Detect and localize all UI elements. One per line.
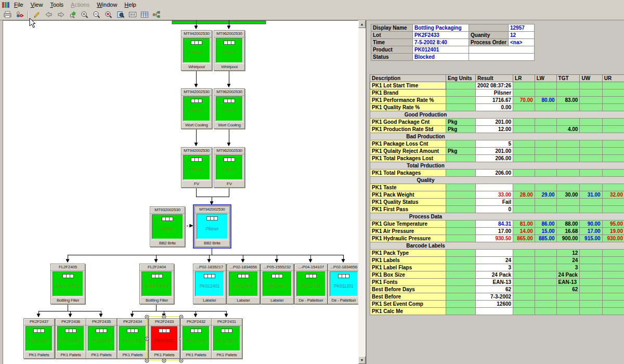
genealogy-node-mt942002530[interactable]: MT942002530PilsnerWort Cooling [181,88,212,129]
parameter-result[interactable] [476,308,513,315]
parameter-tgt[interactable] [556,104,580,111]
parameter-description[interactable]: PK1 Pack Weight [370,191,446,199]
parameter-lr[interactable] [513,184,535,191]
scroll-up-button[interactable]: ▲ [358,20,366,28]
parameter-lr[interactable] [513,293,535,301]
parameter-lr[interactable]: 81.00 [513,220,535,228]
parameter-tgt[interactable]: EAN-13 [556,279,580,286]
parameter-uw[interactable] [580,264,602,271]
parameter-lr[interactable] [513,250,535,257]
parameter-tgt[interactable] [556,140,580,148]
column-header-uw[interactable]: UW [580,75,602,82]
parameter-tgt[interactable] [556,199,580,206]
parameter-description[interactable]: PK1 Qulaity Reject Amount [370,148,446,155]
parameter-lw[interactable] [535,155,556,162]
genealogy-node-pk2f2437[interactable]: PK2F2437PK012401PK1 Pallets [23,318,55,359]
parameter-tgt[interactable]: 24 [556,257,580,264]
parameter-result[interactable]: 3 [476,264,513,271]
parameter-unit[interactable]: Pkg [446,126,476,133]
parameter-tgt[interactable] [556,119,580,126]
parameter-lr[interactable] [513,206,535,213]
parameter-ur[interactable] [602,97,624,104]
parameter-tgt[interactable] [556,301,580,308]
genealogy-node-mt942002530[interactable]: MT942002530PilsnerBB2 Brite [194,206,230,247]
parameter-lr[interactable] [513,104,535,111]
parameter-uw[interactable] [580,206,602,213]
parameter-result[interactable]: 0 [476,206,513,213]
parameter-result[interactable]: 24 [476,257,513,264]
menu-item-view[interactable]: View [27,1,47,9]
parameter-lr[interactable] [513,170,535,177]
parameter-unit[interactable] [446,293,476,301]
parameter-lw[interactable] [535,286,556,293]
parameter-unit[interactable] [446,97,476,104]
parameter-unit[interactable] [446,104,476,111]
genealogy-node-fl2f2405[interactable]: FL2F2405Bottle 10003Bottling Filler [50,264,85,304]
genealogy-node-mt932002530[interactable]: MT932002530PilsnerBB2 Brite [150,206,185,247]
parameter-unit[interactable] [446,286,476,293]
parameter-description[interactable]: Best Before Days [370,286,446,293]
info-value[interactable]: 7-5-2002 8:40 [413,39,469,46]
parameter-lw[interactable] [535,148,556,155]
parameter-lw[interactable] [535,279,556,286]
parameter-ur[interactable] [602,140,624,148]
parameter-result[interactable]: 930.50 [476,235,513,242]
column-header-lr[interactable]: LR [513,75,535,82]
genealogy-node-pk2f2435[interactable]: PK2F2435PK012401PK1 Pallets [86,318,117,359]
parameter-lr[interactable] [513,140,535,148]
menu-item-tools[interactable]: Tools [46,1,67,9]
scroll-down-button[interactable]: ▼ [358,356,366,364]
parameter-uw[interactable] [580,308,602,315]
parameter-unit[interactable] [446,140,476,148]
genealogy-node-fl2f2404[interactable]: FL2F2404Bottle 10003Bottling Filler [139,264,174,304]
parameter-description[interactable]: PK1 Quality Rate % [370,104,446,111]
parameter-uw[interactable]: 90.00 [580,220,602,228]
parameter-ur[interactable] [602,199,624,206]
column-header-result[interactable]: Result [476,75,513,82]
parameter-result[interactable]: 5 [476,140,513,148]
parameter-unit[interactable] [446,250,476,257]
parameter-lw[interactable] [535,257,556,264]
parameter-ur[interactable] [602,155,624,162]
genealogy-node-p051555232[interactable]: ...P05-1555232PK012401Labeler [261,264,294,304]
parameter-uw[interactable] [580,250,602,257]
print-icon[interactable] [2,9,14,20]
zoom-out-icon[interactable] [90,9,102,20]
parameter-uw[interactable] [580,199,602,206]
genealogy-node-mt962002530[interactable]: MT962002530PilsnerFV [214,147,245,188]
grid-view-icon[interactable] [138,9,150,20]
parameter-lr[interactable] [513,279,535,286]
parameter-uw[interactable] [580,82,602,89]
forward-arrow-icon[interactable] [55,9,67,20]
parameter-lw[interactable]: 86.00 [535,220,556,228]
parameter-uw[interactable]: 915.00 [580,235,602,242]
genealogy-node-p021835217[interactable]: ...P02-1835217PK012401Labeler [193,264,226,304]
parameter-lw[interactable]: 885.00 [535,235,556,242]
parameter-description[interactable]: PK1 Package Loss Cnt [370,140,446,148]
parameter-description[interactable]: PK1 Label Flaps [370,264,446,271]
column-header-tgt[interactable]: TGT [556,75,580,82]
parameter-uw[interactable]: 17.00 [580,228,602,235]
parameter-unit[interactable] [446,220,476,228]
parameter-lw[interactable] [535,89,556,97]
parameter-description[interactable]: PK1 Labels [370,257,446,264]
parameter-lw[interactable] [535,271,556,279]
vertical-scrollbar[interactable]: ▲ ▼ [358,20,366,364]
parameter-ur[interactable]: 95.00 [602,220,624,228]
zoom-page-icon[interactable] [114,9,126,20]
parameter-result[interactable]: Fail [476,199,513,206]
parameter-unit[interactable] [446,257,476,264]
parameter-lr[interactable] [513,271,535,279]
parameter-description[interactable]: PK1 Production Rate Std [370,126,446,133]
parameter-uw[interactable] [580,89,602,97]
parameter-uw[interactable] [580,271,602,279]
info-value[interactable]: Bottling Packaging [413,24,469,32]
parameter-lr[interactable] [513,264,535,271]
parameter-ur[interactable] [602,206,624,213]
parameter-lr[interactable] [513,148,535,155]
parameter-tgt[interactable]: 16.68 [556,228,580,235]
parameter-unit[interactable] [446,184,476,191]
parameter-result[interactable]: Pilsner [476,89,513,97]
parameter-uw[interactable] [580,293,602,301]
parameter-lw[interactable] [535,206,556,213]
